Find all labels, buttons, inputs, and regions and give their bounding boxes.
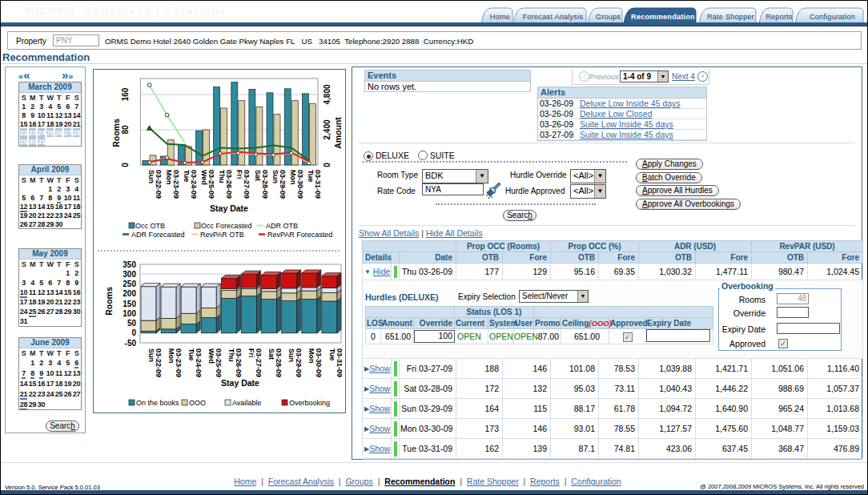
svg-text:Stay Date: Stay Date [210, 203, 248, 213]
svg-text:03-23-09: 03-23-09 [172, 170, 180, 199]
svg-text:0: 0 [323, 163, 332, 167]
svg-text:03-29-09: 03-29-09 [279, 170, 287, 199]
svg-text:ADR OTB: ADR OTB [266, 222, 298, 230]
svg-text:Tue: Tue [187, 348, 195, 360]
svg-text:Tue: Tue [183, 170, 191, 182]
svg-text:Sat: Sat [267, 348, 275, 360]
svg-text:Tue: Tue [328, 348, 336, 360]
svg-text:Stay Date: Stay Date [221, 378, 259, 388]
svg-text:Configuration: Configuration [810, 13, 855, 21]
svg-text:03-28-09: 03-28-09 [261, 170, 269, 199]
svg-text:50: 50 [127, 319, 137, 328]
svg-text:03-28-09: 03-28-09 [275, 348, 283, 377]
svg-text:Mon: Mon [165, 170, 173, 185]
svg-text:80: 80 [121, 125, 130, 135]
svg-text:Rooms: Rooms [111, 119, 121, 147]
svg-text:03-31-09: 03-31-09 [314, 170, 322, 199]
svg-text:250: 250 [123, 280, 136, 288]
svg-text:Wed: Wed [207, 348, 215, 364]
svg-text:03-30-09: 03-30-09 [315, 348, 323, 377]
svg-text:Amount: Amount [333, 117, 343, 149]
svg-text:03-26-09: 03-26-09 [235, 348, 243, 377]
svg-text:03-22-09: 03-22-09 [155, 170, 163, 199]
svg-text:RevPAR Forecasted: RevPAR Forecasted [267, 231, 332, 239]
svg-text:160: 160 [121, 87, 130, 101]
svg-text:Home: Home [490, 13, 510, 21]
svg-text:ADR Forecasted: ADR Forecasted [131, 231, 185, 239]
svg-text:Tue: Tue [307, 170, 315, 182]
svg-text:Groups: Groups [596, 13, 621, 21]
svg-text:03-24-09: 03-24-09 [190, 170, 198, 199]
svg-text:350: 350 [123, 260, 136, 269]
svg-text:-50: -50 [125, 339, 137, 348]
svg-text:Occ OTB: Occ OTB [135, 222, 165, 230]
svg-text:0: 0 [131, 328, 136, 337]
svg-text:300: 300 [123, 270, 136, 279]
svg-text:Sun: Sun [287, 348, 295, 362]
svg-text:03-22-09: 03-22-09 [155, 348, 163, 377]
svg-text:0: 0 [121, 163, 130, 167]
svg-text:Rooms: Rooms [104, 287, 114, 316]
svg-text:Rate Shopper: Rate Shopper [707, 13, 754, 21]
svg-text:Fri: Fri [247, 348, 255, 358]
svg-text:03-26-09: 03-26-09 [225, 170, 233, 199]
svg-text:Occ Forecasted: Occ Forecasted [201, 222, 252, 230]
svg-text:Recommendation: Recommendation [631, 13, 695, 21]
svg-text:03-24-09: 03-24-09 [195, 348, 203, 377]
svg-text:4,800: 4,800 [323, 84, 332, 104]
svg-text:Wed: Wed [200, 170, 208, 185]
svg-text:100: 100 [123, 309, 136, 318]
svg-text:Reports: Reports [766, 13, 793, 21]
svg-text:03-27-09: 03-27-09 [255, 348, 263, 377]
svg-text:03-25-09: 03-25-09 [207, 170, 215, 199]
svg-text:2,400: 2,400 [323, 119, 332, 139]
svg-text:Sat: Sat [254, 170, 262, 181]
svg-text:Forecast Analysis: Forecast Analysis [523, 13, 584, 21]
svg-text:03-25-09: 03-25-09 [215, 348, 223, 377]
svg-text:03-29-09: 03-29-09 [295, 348, 303, 377]
svg-text:OOO: OOO [189, 399, 206, 407]
svg-text:Thu: Thu [218, 170, 226, 183]
svg-text:Fri: Fri [235, 170, 243, 179]
svg-text:Sun: Sun [271, 170, 279, 183]
svg-text:Thu: Thu [227, 348, 235, 362]
svg-text:On the books: On the books [136, 399, 179, 407]
svg-text:Mon: Mon [307, 348, 315, 364]
svg-text:150: 150 [123, 300, 136, 308]
svg-text:RevPAR OTB: RevPAR OTB [200, 231, 244, 239]
svg-text:Sun: Sun [147, 348, 155, 362]
svg-text:03-27-09: 03-27-09 [243, 170, 251, 199]
svg-text:03-23-09: 03-23-09 [175, 348, 183, 377]
svg-text:Sun: Sun [147, 170, 155, 183]
svg-text:03-30-09: 03-30-09 [296, 170, 304, 199]
svg-text:200: 200 [123, 289, 136, 298]
svg-text:Mon: Mon [167, 348, 175, 364]
svg-text:Overbooking: Overbooking [289, 399, 330, 407]
svg-text:Mon: Mon [289, 170, 297, 185]
svg-text:03-31-09: 03-31-09 [336, 348, 344, 377]
svg-text:Available: Available [232, 399, 261, 407]
